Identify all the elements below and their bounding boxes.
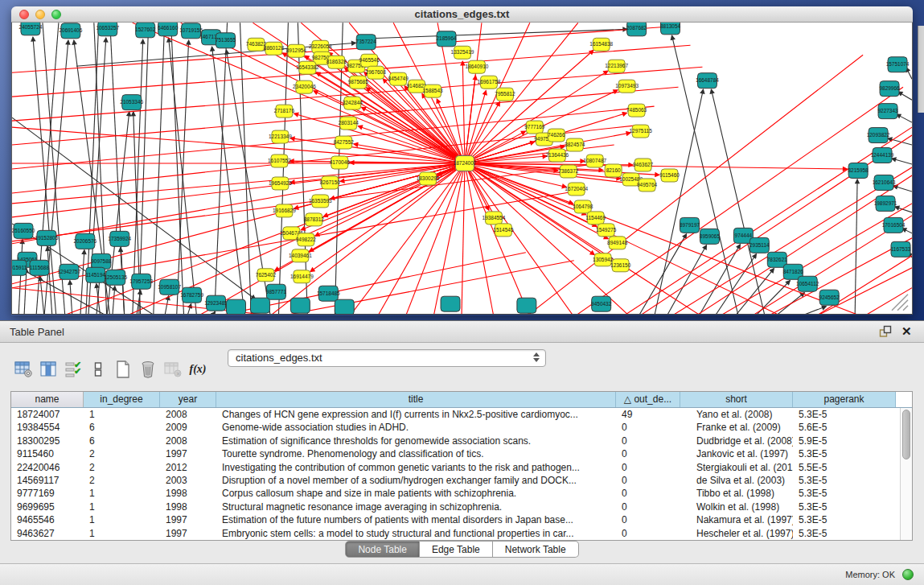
network-node[interactable]: 8878312: [304, 213, 325, 226]
network-node[interactable]: 746266: [548, 129, 565, 142]
network-node[interactable]: 24055724: [19, 23, 43, 35]
network-node[interactable]: 16961758: [478, 76, 501, 89]
network-node[interactable]: 82160: [605, 164, 622, 177]
network-node[interactable]: [250, 298, 269, 313]
network-node[interactable]: 16154838: [589, 38, 613, 51]
network-node[interactable]: 9777169: [524, 121, 545, 134]
network-node[interactable]: 1154469: [585, 212, 606, 225]
network-node[interactable]: 19892971: [874, 196, 897, 211]
network-node[interactable]: 7625402: [256, 269, 277, 282]
network-node[interactable]: 23420046: [293, 80, 316, 93]
network-node[interactable]: 19384554: [483, 212, 506, 225]
network-node[interactable]: 10807487: [583, 154, 606, 167]
network-node[interactable]: 1145194: [85, 267, 105, 282]
network-node[interactable]: 6466160: [158, 23, 179, 36]
network-node[interactable]: 1527602: [135, 23, 156, 38]
network-node[interactable]: 7485063: [626, 104, 647, 117]
tab-edge-table[interactable]: Edge Table: [420, 541, 493, 558]
network-node[interactable]: 15751074: [886, 57, 910, 72]
table-row[interactable]: 1830029562008Estimation of significance …: [11, 435, 912, 447]
network-node[interactable]: 8959065: [700, 229, 721, 244]
network-node[interactable]: 7386372: [558, 165, 579, 178]
network-node[interactable]: 9450432: [591, 296, 612, 311]
network-node[interactable]: 16353593: [309, 195, 332, 208]
table-selector-dropdown[interactable]: citations_edges.txt: [228, 349, 546, 367]
network-node[interactable]: 9227343: [877, 104, 898, 119]
network-node[interactable]: 8454749: [388, 72, 409, 85]
show-columns-icon[interactable]: [38, 359, 59, 380]
table-row[interactable]: 1456911722003Disruption of a novel membe…: [11, 474, 912, 487]
network-node[interactable]: [290, 298, 310, 313]
network-node[interactable]: 9829966: [879, 81, 900, 97]
column-header-out_de[interactable]: △ out_de...: [616, 392, 680, 407]
network-node[interactable]: [441, 296, 460, 311]
network-node[interactable]: 2967608: [366, 66, 387, 79]
network-node[interactable]: 1167533: [891, 241, 911, 257]
close-panel-icon[interactable]: ✕: [901, 325, 914, 338]
network-node[interactable]: 10958107: [158, 279, 181, 295]
network-node[interactable]: 16914479: [290, 270, 314, 283]
network-node[interactable]: 7357224: [356, 35, 377, 50]
network-node[interactable]: 2185964: [436, 31, 457, 47]
network-node[interactable]: 8813054: [660, 23, 681, 35]
delete-columns-icon[interactable]: [138, 359, 158, 380]
network-node[interactable]: 20691406: [59, 23, 82, 39]
column-header-year[interactable]: year: [160, 392, 216, 407]
float-panel-icon[interactable]: [879, 325, 892, 338]
row-height-icon[interactable]: [88, 359, 109, 380]
network-node[interactable]: 2718176: [274, 105, 295, 117]
network-node[interactable]: 12444139: [871, 148, 894, 163]
create-column-icon[interactable]: [113, 359, 133, 380]
network-node[interactable]: 2935114: [749, 237, 770, 253]
network-node[interactable]: 9115460: [659, 169, 680, 182]
selection-mode-icon[interactable]: ✔✔: [63, 359, 84, 380]
column-header-short[interactable]: short: [680, 392, 793, 407]
network-node[interactable]: 12923485: [204, 295, 228, 311]
network-node[interactable]: 12213967: [605, 60, 628, 72]
network-node[interactable]: 13325419: [451, 46, 474, 59]
network-node[interactable]: 17957253: [129, 274, 153, 289]
network-node[interactable]: 8860128: [264, 42, 285, 55]
network-node[interactable]: 18724007: [454, 156, 477, 171]
table-row[interactable]: 1938455462009Genome-wide association stu…: [11, 421, 912, 434]
network-node[interactable]: 8979197: [680, 217, 700, 233]
column-header-pagerank[interactable]: pagerank: [793, 392, 896, 407]
network-node[interactable]: 16782759: [180, 287, 203, 303]
network-node[interactable]: 12213349: [269, 130, 292, 143]
network-node[interactable]: [517, 298, 536, 313]
table-row[interactable]: 946554611997Estimation of the future num…: [11, 513, 912, 526]
network-node[interactable]: 9465546: [359, 54, 380, 67]
network-node[interactable]: 3242844: [343, 97, 363, 109]
network-node[interactable]: 15718485: [317, 286, 340, 301]
network-node[interactable]: 3824574: [565, 138, 585, 151]
network-node[interactable]: 18300295: [417, 172, 440, 185]
network-node[interactable]: 17016504: [882, 217, 906, 233]
apply-function-icon[interactable]: f(x): [187, 359, 208, 380]
network-node[interactable]: 8912954: [286, 44, 307, 57]
network-node[interactable]: 1115688: [30, 260, 50, 275]
table-row[interactable]: 969969511998Structural magnetic resonanc…: [11, 501, 912, 513]
network-node[interactable]: 8949148: [607, 237, 628, 249]
network-node[interactable]: 2803144: [339, 117, 359, 130]
network-node[interactable]: 9463627: [633, 159, 654, 171]
memory-status-led[interactable]: [902, 569, 914, 580]
network-node[interactable]: 10654112: [796, 276, 819, 291]
network-node[interactable]: 2087682: [626, 23, 647, 36]
network-node[interactable]: 19166829: [273, 204, 296, 217]
network-node[interactable]: 1588543: [422, 84, 443, 97]
network-node[interactable]: 8427552: [334, 136, 355, 149]
network-node[interactable]: [227, 299, 246, 315]
network-node[interactable]: 9097588: [91, 253, 112, 269]
network-node[interactable]: 12505135: [104, 270, 127, 285]
network-node[interactable]: 9875685: [348, 76, 369, 89]
network-node[interactable]: 7955812: [495, 88, 515, 101]
network-node[interactable]: 3915911: [12, 260, 27, 275]
network-node[interactable]: 17359924: [108, 231, 131, 246]
table-scrollbar[interactable]: [900, 408, 912, 540]
table-row[interactable]: 946362711997Embryonic stem cells: a mode…: [11, 527, 912, 540]
table-row[interactable]: 977716911998Corpus callosum shape and si…: [11, 487, 912, 500]
table-row[interactable]: 1872400712008Changes of HCN gene express…: [11, 408, 912, 421]
network-node[interactable]: 9498222: [296, 233, 317, 246]
network-node[interactable]: 21364436: [545, 149, 569, 162]
network-node[interactable]: 19152805: [35, 230, 59, 245]
